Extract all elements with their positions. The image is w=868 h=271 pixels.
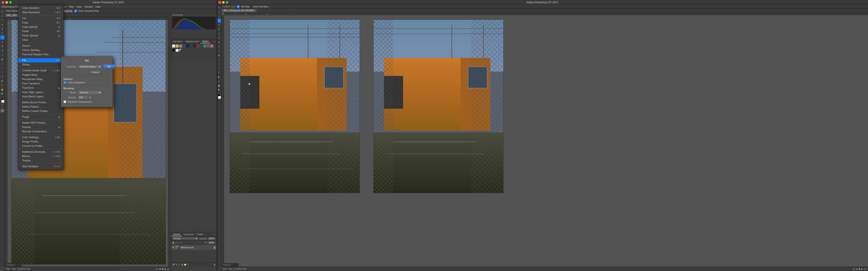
quick-mask[interactable]: ⬡ bbox=[2, 104, 3, 106]
new-group-btn[interactable]: 📁 bbox=[184, 263, 186, 266]
menu-puppet-warp[interactable]: Puppet Warp bbox=[18, 73, 63, 77]
tool-zoom[interactable]: 🔍 bbox=[0, 92, 5, 96]
background-color[interactable] bbox=[1, 100, 4, 103]
tool-marquee[interactable]: ▭ bbox=[0, 14, 5, 18]
style-swatch-12[interactable] bbox=[210, 44, 213, 47]
stop-btn[interactable]: ⏹ bbox=[161, 268, 164, 270]
minimize-button[interactable] bbox=[5, 1, 8, 4]
tool-hand[interactable]: ✋ bbox=[0, 88, 5, 92]
close-button[interactable] bbox=[2, 1, 4, 4]
tool-brush[interactable]: ✏ bbox=[0, 40, 5, 44]
style-swatch-5[interactable] bbox=[186, 44, 189, 47]
menu-check-spelling[interactable]: Check Spelling... bbox=[18, 48, 63, 52]
blend-mode-select[interactable]: Normal bbox=[172, 237, 198, 240]
menu-filter[interactable]: Filter bbox=[68, 5, 75, 8]
tool-pen[interactable]: ⌇ bbox=[0, 70, 5, 74]
delete-layer-btn[interactable]: 🗑 bbox=[214, 263, 216, 266]
opacity-input[interactable] bbox=[208, 237, 216, 240]
menu-undo[interactable]: Undo Deselect ⌘Z bbox=[18, 6, 63, 10]
tool-crop[interactable]: ⊡ bbox=[0, 27, 5, 31]
tool-shape[interactable]: ▢ bbox=[0, 83, 5, 88]
menu-search[interactable]: Search bbox=[18, 44, 63, 48]
menu-copy-special[interactable]: Copy Special ▶ bbox=[18, 25, 63, 29]
gray-swatch[interactable] bbox=[179, 49, 182, 52]
tool-eyedropper[interactable]: 🖉 bbox=[0, 31, 5, 35]
menu-convert-profile[interactable]: Convert to Profile... bbox=[18, 144, 63, 148]
show-sampling-checkbox[interactable] bbox=[74, 9, 77, 12]
tool-path-select[interactable]: ▶ bbox=[0, 79, 5, 83]
new-adjustment-btn[interactable]: ◑ bbox=[181, 263, 183, 266]
r-end-btn[interactable]: ⏭ bbox=[864, 268, 866, 270]
tool-eraser[interactable]: ◻ bbox=[0, 53, 5, 57]
menu-menus[interactable]: Menus... ⌥⇧⌘M bbox=[18, 154, 63, 158]
style-swatch-7[interactable] bbox=[193, 44, 196, 47]
right-image-canvas2[interactable] bbox=[373, 20, 503, 193]
layers-tab[interactable]: Layers bbox=[171, 232, 182, 236]
layer-lock-paint[interactable]: ✏ bbox=[178, 241, 179, 244]
menu-cut[interactable]: Cut ⌘X bbox=[18, 16, 63, 21]
preserve-transparency-checkbox[interactable] bbox=[64, 100, 66, 103]
adjustments-tab[interactable]: Adjustments bbox=[184, 40, 200, 43]
right-doc-tab-active[interactable]: IMG_1650.jpg @ 25% (RGB/8)* bbox=[221, 9, 257, 12]
menu-help[interactable]: Help bbox=[94, 5, 101, 8]
add-style-btn[interactable]: fx bbox=[176, 263, 177, 266]
link-layers-btn[interactable]: 🔗 bbox=[172, 263, 175, 266]
menu-transform[interactable]: Transform ▶ bbox=[18, 86, 63, 90]
r-next-btn[interactable]: ▶ bbox=[862, 268, 863, 270]
menu-paste-special[interactable]: Paste Special ▶ bbox=[18, 33, 63, 38]
menu-paste[interactable]: Paste ⌘V bbox=[18, 29, 63, 33]
right-min-btn[interactable] bbox=[222, 1, 225, 4]
tool-type[interactable]: T bbox=[0, 74, 5, 79]
tool-gradient[interactable]: ▤ bbox=[0, 57, 5, 61]
r-prev-btn[interactable]: ◀ bbox=[856, 268, 858, 270]
menu-start-dictation[interactable]: Start Dictation Fn Fn bbox=[18, 164, 63, 169]
layer-lock-transparent[interactable]: ⬡ bbox=[175, 241, 177, 244]
menu-auto-blend[interactable]: Auto-Blend Layers... bbox=[18, 94, 63, 99]
menu-adobe-pdf[interactable]: Adobe PDF Presets... bbox=[18, 121, 63, 125]
style-swatch-4[interactable] bbox=[183, 44, 186, 47]
style-swatch-10[interactable] bbox=[204, 44, 207, 47]
styles-tab[interactable]: Styles bbox=[200, 39, 211, 43]
style-swatch-1[interactable] bbox=[172, 44, 175, 47]
menu-keyboard-shortcuts[interactable]: Keyboard Shortcuts... ⌥⇧⌘K bbox=[18, 150, 63, 154]
prev-btn[interactable]: ◀ bbox=[159, 268, 161, 270]
fill-ok-button[interactable]: OK bbox=[103, 64, 115, 69]
style-swatch-6[interactable] bbox=[189, 44, 192, 47]
layer-row-background[interactable]: 👁 Background 🔒 bbox=[171, 245, 217, 250]
next-btn[interactable]: ▶ bbox=[164, 268, 166, 270]
color-adaptation-checkbox[interactable] bbox=[64, 81, 66, 84]
paths-tab[interactable]: Paths bbox=[195, 233, 205, 236]
layer-visibility-eye[interactable]: 👁 bbox=[172, 246, 174, 249]
menu-stroke[interactable]: Stroke... bbox=[18, 63, 63, 67]
menu-view[interactable]: View bbox=[75, 5, 83, 8]
anti-alias-checkbox[interactable] bbox=[237, 5, 240, 8]
tool-lasso[interactable]: ⊃ bbox=[0, 18, 5, 22]
tool-blur[interactable]: ◌ bbox=[0, 61, 5, 66]
screen-mode[interactable]: ▭ bbox=[2, 106, 3, 108]
black-swatch[interactable] bbox=[172, 49, 175, 52]
right-canvas-area[interactable]: IMG_1650.jpg @ 25% (RGB/8)* 100 200 bbox=[221, 9, 868, 267]
menu-step-backward[interactable]: Step Backward ⌥⌘Z bbox=[18, 10, 63, 14]
tool-history-brush[interactable]: ↺ bbox=[0, 48, 5, 53]
tool-heal[interactable]: ✎ bbox=[0, 35, 5, 40]
style-swatch-9[interactable] bbox=[200, 44, 203, 47]
menu-define-brush[interactable]: Define Brush Preset... bbox=[18, 100, 63, 105]
tool-clone[interactable]: ⊕ bbox=[0, 44, 5, 48]
menu-free-transform[interactable]: Free Transform bbox=[18, 81, 63, 86]
r-stop-btn[interactable]: ⏹ bbox=[859, 268, 861, 270]
maximize-button[interactable] bbox=[9, 1, 12, 4]
fill-input[interactable] bbox=[208, 241, 216, 244]
menu-color-settings[interactable]: Color Settings... ⇧⌘K bbox=[18, 135, 63, 139]
ps-app-name[interactable]: Photoshop CC bbox=[1, 5, 19, 8]
tool-wand[interactable]: ✦ bbox=[0, 22, 5, 27]
contents-select[interactable]: Content-Aware Foreground Color Backgroun… bbox=[78, 65, 102, 69]
add-mask-btn[interactable]: ⬡ bbox=[178, 263, 180, 266]
end-btn[interactable]: ⏭ bbox=[167, 268, 169, 270]
menu-content-aware-scale[interactable]: Content-Aware Scale ⌥⇧⌘C bbox=[18, 68, 63, 73]
tool-move[interactable]: ✛ bbox=[0, 9, 5, 14]
menu-copy[interactable]: Copy ⌘C bbox=[18, 21, 63, 25]
menu-find-replace[interactable]: Find and Replace Text... bbox=[18, 52, 63, 57]
menu-toolbar[interactable]: Toolbar... bbox=[18, 158, 63, 163]
menu-define-pattern[interactable]: Define Pattern... bbox=[18, 105, 63, 109]
menu-window[interactable]: Window bbox=[83, 5, 94, 8]
